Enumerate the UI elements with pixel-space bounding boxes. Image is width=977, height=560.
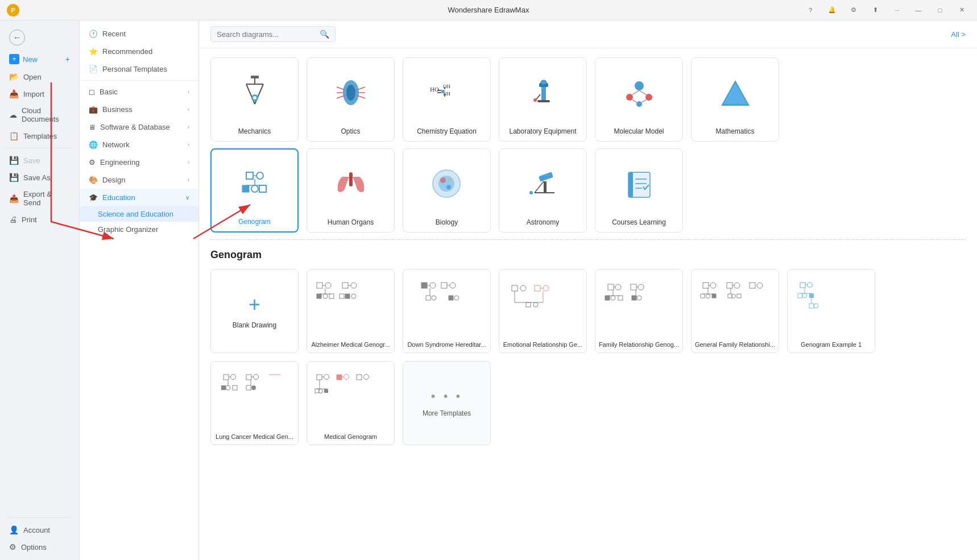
svg-rect-54 (544, 181, 547, 193)
sidebar-item-new[interactable]: + New + (0, 50, 79, 68)
more-icon[interactable]: ··· (888, 5, 905, 16)
svg-rect-23 (537, 100, 550, 102)
close-button[interactable]: ✕ (953, 5, 970, 16)
genogram-card-alzheimer[interactable]: Alzheimer Medical Genogr... (307, 269, 395, 353)
nav-business[interactable]: 💼 Business › (80, 101, 198, 118)
all-link[interactable]: All > (951, 30, 966, 39)
nav-software[interactable]: 🖥 Software & Database › (80, 118, 198, 136)
sidebar-item-print[interactable]: 🖨 Print (0, 211, 79, 228)
software-icon: 🖥 (89, 123, 96, 131)
sidebar-item-account[interactable]: 👤 Account (0, 521, 79, 538)
personal-label: Personal Templates (102, 65, 167, 73)
svg-rect-145 (221, 385, 226, 390)
sidebar-item-save-as[interactable]: 💾 Save As (0, 169, 79, 186)
courses-label: Courses Learning (612, 218, 666, 226)
nav-science[interactable]: Science and Education (80, 206, 198, 222)
sidebar-divider (7, 148, 72, 148)
options-label: Options (21, 543, 47, 551)
template-lab[interactable]: Laboratory Equipment (499, 57, 587, 142)
settings-icon[interactable]: ⚙ (845, 5, 862, 16)
math-label: Mathematics (715, 127, 754, 135)
emotional-label: Emotional Relationship Ge... (501, 341, 585, 348)
svg-rect-74 (345, 294, 350, 298)
nav-personal[interactable]: 📄 Personal Templates (80, 60, 198, 78)
help-icon[interactable]: ? (802, 5, 819, 16)
science-label: Science and Education (98, 210, 173, 218)
svg-line-57 (535, 181, 544, 193)
genogram-card-medical[interactable]: Medical Genogram (307, 361, 395, 445)
share-icon[interactable]: ⬆ (867, 5, 884, 16)
save-as-label: Save As (23, 173, 51, 182)
optics-label: Optics (341, 127, 360, 135)
nav-graphic[interactable]: Graphic Organizer (80, 222, 198, 237)
network-arrow: › (188, 142, 189, 148)
template-optics[interactable]: Optics (307, 57, 395, 142)
nav-design[interactable]: 🎨 Design › (80, 171, 198, 189)
genogram-label: Genogram (238, 218, 271, 226)
svg-point-98 (533, 302, 538, 307)
svg-rect-148 (246, 375, 251, 380)
sidebar-item-import[interactable]: 📥 Import (0, 85, 79, 102)
template-astronomy[interactable]: Astronomy (499, 148, 587, 233)
sidebar-item-export[interactable]: 📤 Export & Send (0, 186, 79, 211)
sidebar-item-cloud[interactable]: ☁ Cloud Documents (0, 102, 79, 127)
sidebar-item-templates[interactable]: 📋 Templates (0, 127, 79, 144)
template-biology[interactable]: Biology (403, 148, 491, 233)
genogram-card-general[interactable]: General Family Relationshi... (691, 269, 779, 353)
organs-img (331, 149, 371, 218)
sidebar-item-options[interactable]: ⚙ Options (0, 538, 79, 555)
nav-basic[interactable]: ◻ Basic › (80, 83, 198, 101)
template-mechanics[interactable]: Mechanics (210, 57, 299, 142)
business-label: Business (102, 105, 133, 114)
svg-point-69 (323, 294, 328, 298)
restore-button[interactable]: □ (932, 5, 949, 16)
recent-icon: 🕐 (89, 30, 98, 38)
search-input[interactable] (217, 30, 316, 39)
personal-icon: 📄 (89, 65, 98, 73)
molecular-img (619, 58, 659, 127)
nav-recent[interactable]: 🕐 Recent (80, 25, 198, 43)
template-courses[interactable]: Courses Learning (595, 148, 683, 233)
svg-rect-165 (315, 389, 319, 393)
svg-point-50 (440, 177, 446, 183)
nav-education[interactable]: 🎓 Education ∨ (80, 189, 198, 206)
templates-icon: 📋 (9, 131, 19, 140)
back-button[interactable]: ← (0, 25, 79, 50)
design-arrow: › (188, 177, 189, 183)
svg-text:OH: OH (443, 84, 450, 89)
window-controls[interactable]: ? 🔔 ⚙ ⬆ ··· — □ ✕ (802, 5, 970, 16)
genogram-card-lung[interactable]: Lung Cancer Medical Gen... (210, 361, 299, 445)
nav-network[interactable]: 🌐 Network › (80, 136, 198, 154)
nav-recommended[interactable]: ⭐ Recommended (80, 43, 198, 60)
nav-engineering[interactable]: ⚙ Engineering › (80, 154, 198, 171)
genogram-card-emotional[interactable]: Emotional Relationship Ge... (499, 269, 587, 353)
general-label: General Family Relationshi... (693, 341, 777, 348)
template-math[interactable]: Mathematics (691, 57, 779, 142)
new-plus-icon[interactable]: + (65, 55, 70, 64)
astronomy-label: Astronomy (527, 218, 559, 226)
template-chemistry[interactable]: HO OH NH Chemistry Equation (403, 57, 491, 142)
svg-point-119 (706, 294, 710, 298)
svg-point-114 (710, 283, 716, 288)
template-genogram[interactable]: Genogram (210, 148, 299, 233)
svg-rect-86 (449, 296, 453, 300)
svg-point-100 (615, 284, 621, 290)
template-organs[interactable]: Human Organs (307, 148, 395, 233)
save-icon: 💾 (9, 156, 19, 165)
search-box[interactable]: 🔍 (210, 26, 336, 42)
genogram-card-example1[interactable]: Genogram Example 1 (787, 269, 875, 353)
education-icon: 🎓 (89, 193, 98, 202)
genogram-title: Genogram (210, 249, 966, 261)
genogram-card-family[interactable]: Family Relationship Genog... (595, 269, 683, 353)
templates-grid-row2: Genogram Human Organs (199, 146, 977, 237)
minimize-button[interactable]: — (910, 5, 927, 16)
svg-point-82 (432, 296, 436, 300)
sidebar-item-open[interactable]: 📂 Open (0, 68, 79, 85)
more-label: More Templates (423, 409, 471, 417)
template-molecular[interactable]: Molecular Model (595, 57, 683, 142)
genogram-card-down[interactable]: Down Syndrome Hereditar... (403, 269, 491, 353)
genogram-card-more[interactable]: • • • More Templates (403, 361, 491, 445)
business-arrow: › (188, 106, 189, 113)
notification-icon[interactable]: 🔔 (823, 5, 841, 16)
genogram-card-blank[interactable]: + Blank Drawing (210, 269, 299, 353)
